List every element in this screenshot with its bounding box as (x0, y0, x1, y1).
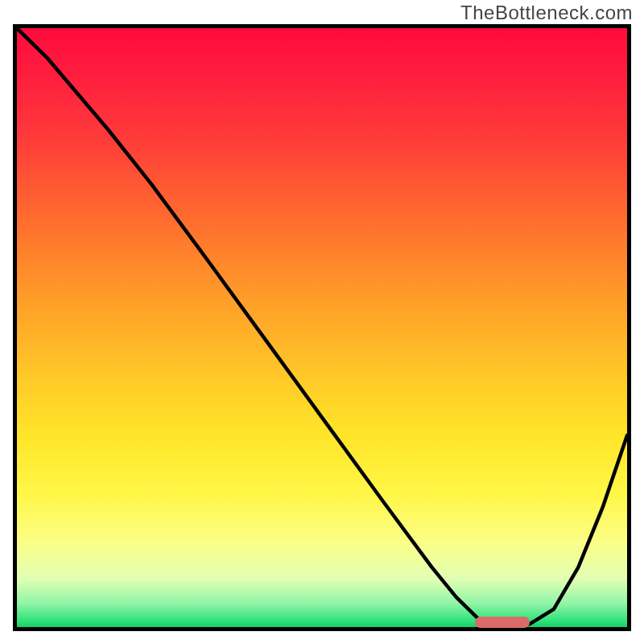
chart-gradient-background (17, 28, 627, 627)
chart-frame (13, 24, 631, 631)
highlight-marker (475, 617, 530, 628)
watermark-text: TheBottleneck.com (460, 2, 633, 24)
chart-container: TheBottleneck.com (0, 0, 644, 644)
